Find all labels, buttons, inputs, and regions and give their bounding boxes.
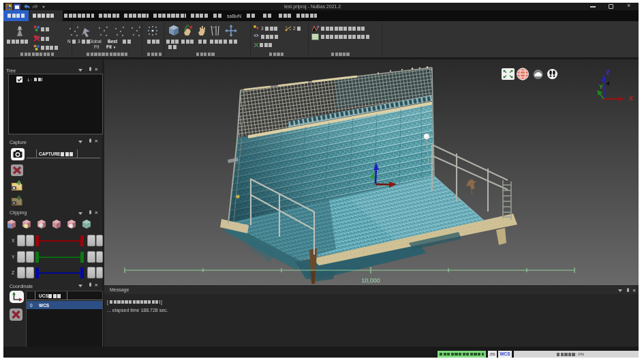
svg-text:10,000: 10,000 bbox=[361, 277, 380, 284]
svg-text:X: X bbox=[629, 95, 633, 102]
svg-text:Y: Y bbox=[599, 83, 603, 90]
svg-text:Z: Z bbox=[606, 69, 610, 76]
